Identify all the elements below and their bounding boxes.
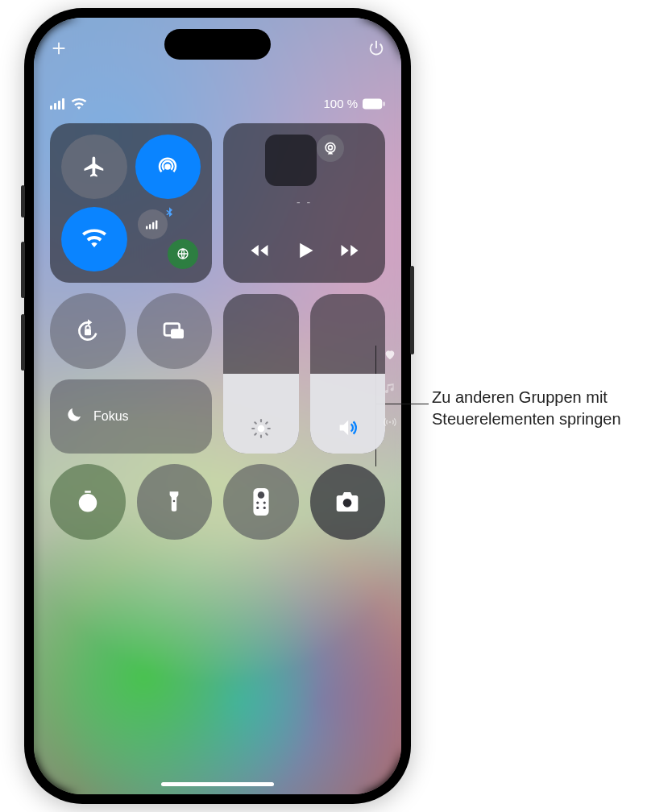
play-button[interactable] — [293, 239, 316, 265]
svg-line-25 — [266, 422, 268, 424]
cellular-signal-icon — [50, 98, 66, 110]
svg-rect-14 — [85, 329, 91, 335]
battery-text: 100 % — [323, 97, 358, 110]
power-icon[interactable] — [367, 39, 385, 57]
volume-slider[interactable] — [310, 294, 386, 454]
moon-icon — [64, 405, 84, 428]
media-tile[interactable]: - - — [223, 123, 385, 283]
focus-tile[interactable]: Fokus — [50, 379, 212, 454]
control-center: 100 % — [34, 18, 401, 794]
svg-rect-0 — [50, 106, 52, 110]
dynamic-island — [164, 29, 271, 60]
svg-line-24 — [255, 433, 256, 435]
svg-rect-2 — [58, 101, 60, 110]
svg-rect-1 — [54, 103, 56, 110]
focus-label: Fokus — [93, 409, 129, 424]
remote-tile[interactable] — [223, 465, 299, 539]
side-button-silence — [21, 185, 25, 218]
page-indicators[interactable] — [384, 348, 396, 429]
home-indicator[interactable] — [161, 782, 274, 786]
svg-rect-5 — [383, 102, 385, 106]
svg-point-30 — [256, 501, 259, 503]
svg-point-12 — [326, 143, 335, 152]
svg-rect-9 — [152, 222, 154, 229]
svg-point-31 — [263, 501, 265, 503]
svg-point-6 — [165, 164, 172, 170]
svg-point-13 — [328, 146, 332, 150]
svg-rect-16 — [171, 329, 184, 338]
next-track-button[interactable] — [338, 239, 361, 265]
screen: 100 % — [34, 18, 401, 794]
svg-rect-10 — [156, 220, 157, 229]
vpn-icon — [168, 239, 197, 269]
side-button-volume-down — [21, 314, 25, 371]
svg-rect-4 — [363, 98, 382, 109]
svg-point-34 — [343, 499, 352, 508]
screen-mirroring-tile[interactable] — [137, 294, 213, 368]
media-artwork — [265, 135, 317, 186]
timer-tile[interactable] — [50, 465, 126, 539]
cellular-data-icon — [138, 209, 168, 239]
status-bar: 100 % — [50, 97, 385, 110]
page-indicator-music-icon[interactable] — [384, 382, 396, 395]
svg-rect-7 — [146, 226, 147, 229]
cellular-bluetooth-vpn-button[interactable] — [135, 207, 201, 271]
airdrop-button[interactable] — [135, 135, 201, 199]
bluetooth-mini-icon — [163, 206, 176, 222]
page-indicator-favorites-icon[interactable] — [384, 348, 396, 361]
side-button-volume-up — [21, 242, 25, 298]
volume-icon — [336, 416, 359, 442]
airplane-mode-button[interactable] — [61, 135, 127, 199]
svg-line-22 — [255, 422, 256, 424]
page-indicator-connectivity-icon[interactable] — [384, 416, 396, 429]
svg-point-17 — [257, 425, 264, 433]
wifi-button[interactable] — [61, 207, 127, 271]
add-control-icon[interactable] — [50, 39, 68, 57]
svg-point-29 — [258, 491, 265, 499]
battery-icon — [363, 98, 385, 110]
svg-rect-8 — [149, 224, 151, 229]
side-button-power — [410, 266, 414, 354]
control-grid: - - — [50, 123, 385, 539]
previous-track-button[interactable] — [248, 239, 271, 265]
callout-text: Zu anderen Gruppen mit Steuerelementen s… — [432, 387, 641, 430]
media-title-placeholder: - - — [297, 196, 312, 209]
wifi-status-icon — [71, 98, 87, 110]
connectivity-tile[interactable] — [50, 123, 212, 283]
svg-line-23 — [266, 433, 268, 435]
svg-point-35 — [389, 421, 392, 424]
svg-point-32 — [256, 507, 259, 509]
svg-point-33 — [263, 507, 265, 509]
airplay-button[interactable] — [317, 135, 344, 162]
brightness-slider[interactable] — [223, 294, 299, 454]
camera-tile[interactable] — [310, 465, 386, 539]
svg-rect-3 — [62, 98, 64, 110]
flashlight-tile[interactable] — [137, 465, 213, 539]
phone-frame: 100 % — [24, 8, 411, 804]
svg-point-27 — [173, 500, 176, 503]
orientation-lock-tile[interactable] — [50, 294, 126, 368]
brightness-icon — [251, 418, 272, 442]
